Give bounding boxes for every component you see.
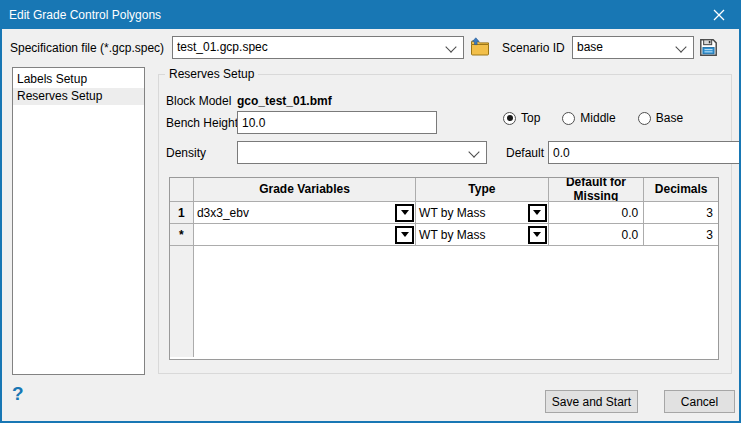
radio-middle-label: Middle <box>580 111 615 125</box>
chevron-down-icon <box>468 146 479 157</box>
density-combobox[interactable] <box>237 141 487 164</box>
grid-corner-cell <box>170 178 194 202</box>
bench-height-input[interactable] <box>237 111 437 134</box>
radio-base-icon[interactable] <box>638 112 651 125</box>
row-header: * <box>170 224 194 246</box>
col-header-grade-variables: Grade Variables <box>194 178 416 202</box>
type-value: WT by Mass <box>419 228 485 242</box>
save-spec-button[interactable] <box>696 35 720 59</box>
sidebar-item-label: Labels Setup <box>17 72 87 86</box>
grid-body-filler <box>194 246 718 357</box>
block-model-value: gco_test_01.bmf <box>237 94 332 108</box>
close-icon <box>713 9 725 21</box>
save-disk-icon <box>699 38 718 57</box>
spec-file-value: test_01.gcp.spec <box>177 37 443 58</box>
radio-middle-icon[interactable] <box>562 112 575 125</box>
grid-header-row: Grade Variables Type Default for Missing… <box>170 178 718 202</box>
bench-height-label: Bench Height <box>166 116 238 130</box>
close-button[interactable] <box>696 0 741 29</box>
group-title: Reserves Setup <box>165 67 258 81</box>
scenario-id-value: base <box>577 37 673 58</box>
decimals-cell[interactable]: 3 <box>644 202 718 224</box>
radio-base[interactable]: Base <box>638 111 683 125</box>
grid-row-new: * WT by Mass 0.0 3 <box>170 224 718 246</box>
decimals-cell[interactable]: 3 <box>644 224 718 246</box>
density-default-label: Default <box>506 146 544 160</box>
bench-position-radio-group: Top Middle Base <box>503 111 683 125</box>
grade-variables-grid: Grade Variables Type Default for Missing… <box>169 177 719 360</box>
dropdown-arrow-icon[interactable] <box>528 226 547 244</box>
type-cell[interactable]: WT by Mass <box>416 224 549 246</box>
scenario-id-combobox[interactable]: base <box>572 36 694 59</box>
edit-grade-control-polygons-dialog: Edit Grade Control Polygons Specificatio… <box>0 0 741 423</box>
default-missing-cell[interactable]: 0.0 <box>549 224 645 246</box>
type-value: WT by Mass <box>419 206 485 220</box>
setup-pages-list: Labels Setup Reserves Setup <box>12 67 145 375</box>
open-folder-icon <box>469 37 491 57</box>
chevron-down-icon <box>445 41 456 52</box>
block-model-label: Block Model <box>166 94 231 108</box>
grid-row-1: 1 d3x3_ebv WT by Mass 0.0 3 <box>170 202 718 224</box>
sidebar-item-reserves-setup[interactable]: Reserves Setup <box>13 88 144 105</box>
col-header-decimals: Decimals <box>644 178 718 202</box>
dropdown-arrow-icon[interactable] <box>395 226 414 244</box>
radio-top-label: Top <box>521 111 540 125</box>
radio-middle[interactable]: Middle <box>562 111 615 125</box>
grade-variable-cell[interactable]: d3x3_ebv <box>194 202 416 224</box>
radio-top[interactable]: Top <box>503 111 540 125</box>
col-header-type: Type <box>416 178 549 202</box>
type-cell[interactable]: WT by Mass <box>416 202 549 224</box>
row-header: 1 <box>170 202 194 224</box>
open-folder-button[interactable] <box>468 35 492 59</box>
row-header-column-filler <box>170 246 194 357</box>
col-header-default-for-missing: Default for Missing <box>549 178 645 202</box>
dialog-title: Edit Grade Control Polygons <box>0 8 161 22</box>
dropdown-arrow-icon[interactable] <box>395 204 414 222</box>
grade-variable-cell[interactable] <box>194 224 416 246</box>
spec-file-label: Specification file (*.gcp.spec) <box>10 41 164 55</box>
default-missing-cell[interactable]: 0.0 <box>549 202 645 224</box>
grid-empty-area <box>170 246 718 357</box>
grade-variable-value: d3x3_ebv <box>197 206 249 220</box>
sidebar-item-label: Reserves Setup <box>17 89 102 103</box>
sidebar-item-labels-setup[interactable]: Labels Setup <box>13 71 144 88</box>
title-bar[interactable]: Edit Grade Control Polygons <box>0 0 741 29</box>
density-label: Density <box>166 146 206 160</box>
chevron-down-icon <box>675 41 686 52</box>
save-and-start-button[interactable]: Save and Start <box>545 390 638 413</box>
radio-base-label: Base <box>656 111 683 125</box>
cancel-button[interactable]: Cancel <box>664 390 735 413</box>
spec-file-combobox[interactable]: test_01.gcp.spec <box>172 36 464 59</box>
reserves-setup-group: Reserves Setup Block Model gco_test_01.b… <box>158 74 732 374</box>
density-default-input[interactable] <box>548 141 741 164</box>
help-button[interactable]: ? <box>12 383 24 405</box>
radio-top-icon[interactable] <box>503 112 516 125</box>
scenario-id-label: Scenario ID <box>502 41 565 55</box>
dropdown-arrow-icon[interactable] <box>528 204 547 222</box>
